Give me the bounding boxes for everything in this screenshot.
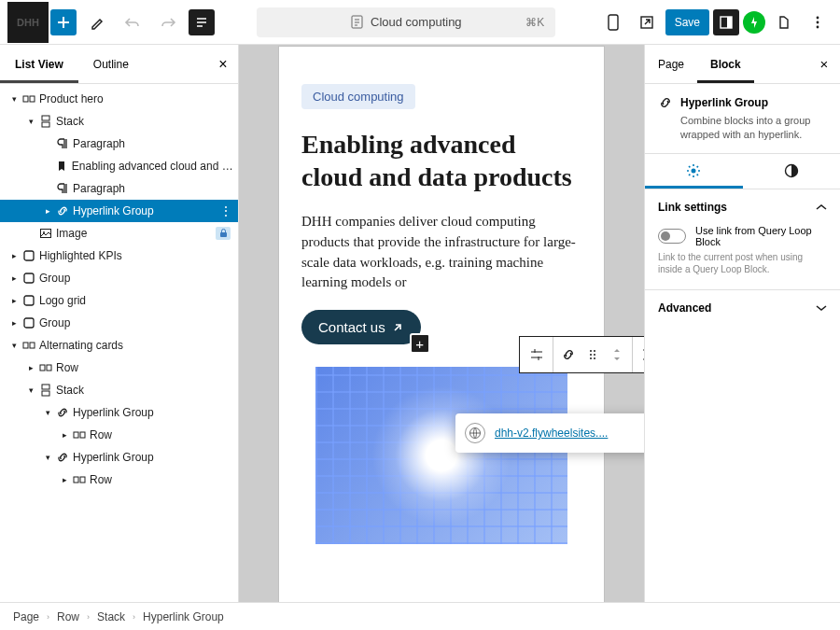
tree-item[interactable]: Enabling advanced cloud and da... xyxy=(0,155,238,177)
chevron-right-icon[interactable]: ▸ xyxy=(6,318,22,328)
close-inspector-button[interactable]: × xyxy=(808,45,840,83)
advanced-header[interactable]: Advanced xyxy=(645,289,840,326)
chevron-right-icon[interactable]: ▸ xyxy=(39,206,56,216)
chevron-down-icon[interactable]: ▾ xyxy=(39,408,56,417)
drag-handle[interactable] xyxy=(581,343,604,366)
plugin-icon[interactable] xyxy=(769,7,799,37)
tree-item[interactable]: ▸Logo grid xyxy=(0,289,238,312)
svg-rect-24 xyxy=(42,391,49,396)
chevron-right-icon: › xyxy=(131,612,137,622)
chevron-right-icon[interactable]: ▸ xyxy=(56,475,73,484)
svg-rect-11 xyxy=(42,122,49,127)
chevron-down-icon[interactable]: ▾ xyxy=(22,117,39,126)
align-button[interactable] xyxy=(633,337,644,372)
subtab-styles[interactable] xyxy=(743,154,841,189)
chevron-down-icon[interactable]: ▾ xyxy=(39,453,56,462)
subtab-settings[interactable] xyxy=(645,154,743,189)
tree-item[interactable]: ▸Row xyxy=(0,469,238,491)
chevron-right-icon[interactable]: ▸ xyxy=(6,251,22,260)
tree-item[interactable]: ▾Hyperlink Group xyxy=(0,446,238,469)
chevron-down-icon[interactable]: ▾ xyxy=(6,94,22,104)
link-icon xyxy=(56,204,73,217)
chevron-right-icon: › xyxy=(85,612,91,622)
tree-item-label: Hyperlink Group xyxy=(73,204,154,217)
inspector-toggle-button[interactable] xyxy=(713,9,739,35)
link-button[interactable] xyxy=(557,343,580,366)
move-updown-button[interactable] xyxy=(606,343,628,366)
tree-item-label: Image xyxy=(56,227,87,240)
tab-block[interactable]: Block xyxy=(697,45,754,83)
jetpack-icon[interactable] xyxy=(743,11,765,34)
tree-item[interactable]: ▾Alternating cards xyxy=(0,334,238,357)
tree-item[interactable]: ▾Stack xyxy=(0,379,238,401)
chevron-right-icon[interactable]: ▸ xyxy=(22,363,39,372)
tree-item[interactable]: ▸Hyperlink Group⋮ xyxy=(0,200,238,222)
query-loop-toggle[interactable] xyxy=(658,229,686,244)
tree-item[interactable]: Image xyxy=(0,222,238,245)
view-page-button[interactable] xyxy=(632,7,662,37)
document-title[interactable]: Cloud computing ⌘K xyxy=(257,7,555,37)
tree-item[interactable]: ▾Product hero xyxy=(0,88,238,110)
breadcrumb-item[interactable]: Page xyxy=(13,610,39,623)
breadcrumb-item[interactable]: Stack xyxy=(97,610,125,623)
tree-item-label: Stack xyxy=(56,115,84,128)
chevron-right-icon[interactable]: ▸ xyxy=(56,430,73,440)
hero-image[interactable] xyxy=(315,367,567,544)
gear-icon xyxy=(685,162,702,179)
tab-page[interactable]: Page xyxy=(645,45,697,83)
breadcrumb: Page› Row› Stack› Hyperlink Group xyxy=(0,602,840,630)
editor-canvas[interactable]: Cloud computing Enabling advanced cloud … xyxy=(279,47,604,602)
hero-badge[interactable]: Cloud computing xyxy=(301,84,415,109)
chevron-right-icon[interactable]: ▸ xyxy=(6,273,22,283)
link-icon xyxy=(56,451,73,464)
close-list-view-button[interactable]: × xyxy=(208,45,238,83)
hero-paragraph[interactable]: DHH companies deliver cloud computing pr… xyxy=(301,212,581,293)
breadcrumb-item[interactable]: Row xyxy=(57,610,79,623)
block-actions-button[interactable]: ⋮ xyxy=(219,203,232,218)
tree-item[interactable]: ▸Group xyxy=(0,267,238,289)
tree-item[interactable]: ▸Highlighted KPIs xyxy=(0,245,238,267)
site-logo[interactable]: DHH xyxy=(7,2,49,43)
svg-point-5 xyxy=(817,16,819,19)
save-button[interactable]: Save xyxy=(665,9,709,35)
chevron-right-icon[interactable]: ▸ xyxy=(6,296,22,305)
tree-item[interactable]: Paragraph xyxy=(0,133,238,155)
tree-item[interactable]: ▸Row xyxy=(0,357,238,379)
options-menu-button[interactable] xyxy=(803,7,833,37)
hero-heading[interactable]: Enabling advanced cloud and data product… xyxy=(301,128,581,193)
chevron-down-icon xyxy=(816,304,827,312)
stack-icon xyxy=(39,384,56,397)
row-icon xyxy=(22,92,39,105)
edit-tool-button[interactable] xyxy=(82,7,112,37)
tree-item[interactable]: Paragraph xyxy=(0,177,238,200)
add-block-button[interactable] xyxy=(50,9,77,35)
tree-item[interactable]: ▸Group xyxy=(0,312,238,334)
tree-item-label: Group xyxy=(39,272,70,285)
tree-item-label: Paragraph xyxy=(73,182,125,195)
block-inserter-button[interactable]: + xyxy=(410,333,430,354)
svg-rect-14 xyxy=(220,232,227,237)
link-settings-header[interactable]: Link settings xyxy=(645,189,840,225)
redo-button[interactable] xyxy=(153,7,183,37)
block-type-selector[interactable] xyxy=(520,337,553,372)
svg-rect-9 xyxy=(30,96,35,102)
tree-item-label: Hyperlink Group xyxy=(73,451,154,464)
svg-rect-26 xyxy=(80,432,85,438)
tree-item-label: Paragraph xyxy=(73,137,125,150)
undo-button[interactable] xyxy=(118,7,147,37)
chevron-down-icon[interactable]: ▾ xyxy=(6,341,22,350)
preview-mobile-button[interactable] xyxy=(598,7,628,37)
breadcrumb-item[interactable]: Hyperlink Group xyxy=(143,610,224,623)
tab-outline[interactable]: Outline xyxy=(78,45,144,83)
svg-rect-22 xyxy=(47,365,51,371)
hero-cta-button[interactable]: Contact us + xyxy=(301,310,421,344)
tree-item[interactable]: ▸Row xyxy=(0,424,238,446)
tree-item[interactable]: ▾Hyperlink Group xyxy=(0,401,238,424)
svg-point-7 xyxy=(817,25,819,28)
link-url[interactable]: dhh-v2.flywheelsites.... xyxy=(495,427,608,440)
chevron-down-icon[interactable]: ▾ xyxy=(22,385,39,395)
link-icon xyxy=(658,95,673,110)
list-view-toggle-button[interactable] xyxy=(189,9,215,35)
tab-list-view[interactable]: List View xyxy=(0,45,78,83)
tree-item[interactable]: ▾Stack xyxy=(0,110,238,133)
